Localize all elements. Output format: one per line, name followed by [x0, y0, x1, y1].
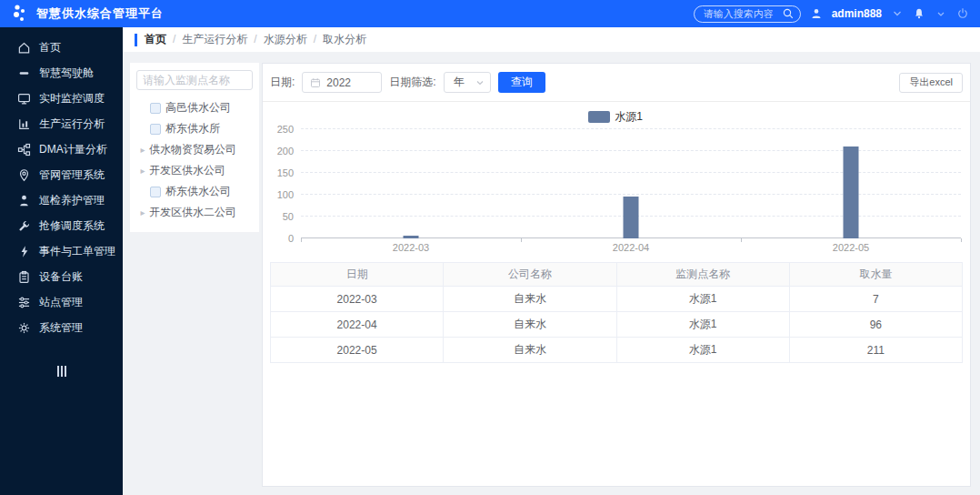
breadcrumb-separator: / [314, 33, 316, 45]
tree-item-label: 开发区供水二公司 [149, 205, 236, 220]
tree-item[interactable]: 桥东供水公司 [136, 181, 253, 202]
y-axis-tick-label: 150 [277, 167, 294, 178]
sidebar-item[interactable]: 站点管理 [0, 289, 123, 315]
station-icon [17, 296, 31, 309]
x-axis-category-label: 2022-03 [301, 242, 521, 253]
breadcrumb-item[interactable]: 首页 [145, 33, 166, 45]
chart-y-axis: 050100150200250 [270, 129, 301, 238]
period-select[interactable]: 年 [444, 72, 491, 93]
breadcrumb-item[interactable]: 生产运行分析 [182, 33, 247, 45]
gridline [301, 194, 961, 195]
sidebar-item[interactable]: 生产运行分析 [0, 111, 123, 136]
tree-item[interactable]: 桥东供水所 [136, 118, 253, 139]
breadcrumb-accent-bar [135, 34, 137, 46]
power-icon[interactable] [956, 7, 969, 20]
table-cell: 水源1 [616, 287, 789, 312]
date-value: 2022 [326, 76, 351, 89]
monitor-point-search-input[interactable] [136, 70, 253, 90]
y-axis-tick-label: 100 [277, 189, 294, 200]
tree-item[interactable]: ▸开发区供水二公司 [136, 202, 253, 223]
table-cell: 水源1 [616, 312, 789, 338]
username[interactable]: admin888 [832, 7, 882, 20]
breadcrumb-separator: / [254, 33, 256, 45]
x-axis-category-label: 2022-04 [521, 242, 741, 253]
date-input[interactable]: 2022 [302, 72, 382, 93]
tree-item[interactable]: ▸开发区供水公司 [136, 160, 253, 181]
cockpit-icon [17, 66, 31, 80]
chart-bar [624, 197, 639, 238]
app-window: 智慧供水综合管理平台 admin888 [0, 0, 980, 495]
result-table: 日期公司名称监测点名称取水量 2022-03自来水水源172022-04自来水水… [270, 262, 963, 363]
global-search[interactable] [694, 5, 801, 23]
x-axis-tickmark [741, 238, 742, 242]
app-logo-icon [11, 4, 29, 24]
checkbox[interactable] [150, 124, 161, 135]
sidebar-item-label: 设备台账 [39, 269, 83, 285]
theme-chevron-icon[interactable] [935, 7, 947, 20]
table-column-header: 公司名称 [444, 263, 616, 287]
expand-caret-icon[interactable]: ▸ [136, 145, 149, 155]
sidebar-item-label: 智慧驾驶舱 [39, 66, 94, 81]
breadcrumb-item[interactable]: 取水分析 [323, 33, 366, 45]
sidebar-item-label: 站点管理 [39, 295, 83, 310]
chevron-down-icon[interactable] [891, 7, 904, 20]
tree-item[interactable]: ▸供水物资贸易公司 [136, 139, 253, 160]
sidebar-item-label: 系统管理 [39, 320, 83, 336]
system-icon [17, 321, 31, 335]
global-search-input[interactable] [704, 8, 782, 19]
tree-item-label: 供水物资贸易公司 [149, 142, 236, 157]
x-axis-category-label: 2022-05 [741, 242, 961, 253]
table-cell: 211 [789, 338, 962, 363]
y-axis-tick-label: 200 [277, 146, 294, 157]
result-table-wrap: 日期公司名称监测点名称取水量 2022-03自来水水源172022-04自来水水… [263, 253, 970, 363]
app-title: 智慧供水综合管理平台 [36, 5, 164, 22]
expand-caret-icon[interactable]: ▸ [136, 207, 149, 217]
table-cell: 自来水 [444, 287, 616, 312]
checkbox[interactable] [150, 187, 161, 197]
gridline [301, 128, 961, 129]
monitor-point-tree: 高邑供水公司桥东供水所▸供水物资贸易公司▸开发区供水公司桥东供水公司▸开发区供水… [136, 97, 253, 223]
bell-icon[interactable] [913, 7, 925, 20]
expand-caret-icon[interactable]: ▸ [136, 166, 149, 176]
analysis-icon [17, 117, 31, 131]
sidebar-item[interactable]: 设备台账 [0, 264, 123, 289]
bar-chart: 水源1 050100150200250 2022-032022-042022-0… [263, 102, 970, 253]
select-caret-icon [475, 78, 485, 87]
sidebar-item[interactable]: 管网管理系统 [0, 162, 123, 187]
calendar-icon [310, 77, 321, 88]
collapse-sidebar-icon[interactable] [57, 366, 66, 377]
chart-bar [404, 236, 419, 238]
search-icon[interactable] [782, 7, 795, 20]
sidebar-item-label: 巡检养护管理 [39, 193, 105, 208]
sidebar-item[interactable]: 巡检养护管理 [0, 187, 123, 213]
sidebar-item[interactable]: 抢修调度系统 [0, 213, 123, 238]
top-header: 智慧供水综合管理平台 admin888 [0, 0, 980, 27]
date-label: 日期: [270, 75, 295, 90]
gridline [301, 150, 961, 151]
sidebar-item[interactable]: 智慧驾驶舱 [0, 60, 123, 86]
legend-swatch [588, 111, 610, 123]
table-row: 2022-05自来水水源1211 [271, 338, 963, 363]
sidebar-item[interactable]: 首页 [0, 35, 123, 60]
table-column-header: 日期 [271, 263, 444, 287]
sidebar-item[interactable]: DMA计量分析 [0, 136, 123, 162]
tree-item[interactable]: 高邑供水公司 [136, 97, 253, 118]
period-select-value: 年 [454, 75, 465, 90]
chart-legend[interactable]: 水源1 [270, 109, 961, 124]
sidebar-item-label: 事件与工单管理 [39, 244, 115, 259]
workorder-icon [17, 245, 31, 258]
breadcrumb-item[interactable]: 水源分析 [264, 33, 307, 45]
sidebar-menu: 首页智慧驾驶舱实时监控调度生产运行分析DMA计量分析管网管理系统巡检养护管理抢修… [0, 27, 123, 495]
legend-label: 水源1 [615, 109, 643, 125]
table-cell: 2022-03 [271, 287, 444, 312]
sidebar-item[interactable]: 实时监控调度 [0, 86, 123, 111]
table-row: 2022-04自来水水源196 [271, 312, 963, 338]
sidebar-item-label: 实时监控调度 [39, 91, 105, 106]
query-button[interactable]: 查询 [498, 72, 545, 93]
sidebar-item-label: 首页 [39, 40, 61, 56]
export-excel-button[interactable]: 导出excel [899, 73, 963, 93]
checkbox[interactable] [150, 103, 161, 114]
sidebar-item[interactable]: 系统管理 [0, 315, 123, 340]
sidebar-item[interactable]: 事件与工单管理 [0, 238, 123, 264]
tree-item-label: 桥东供水公司 [165, 184, 231, 199]
